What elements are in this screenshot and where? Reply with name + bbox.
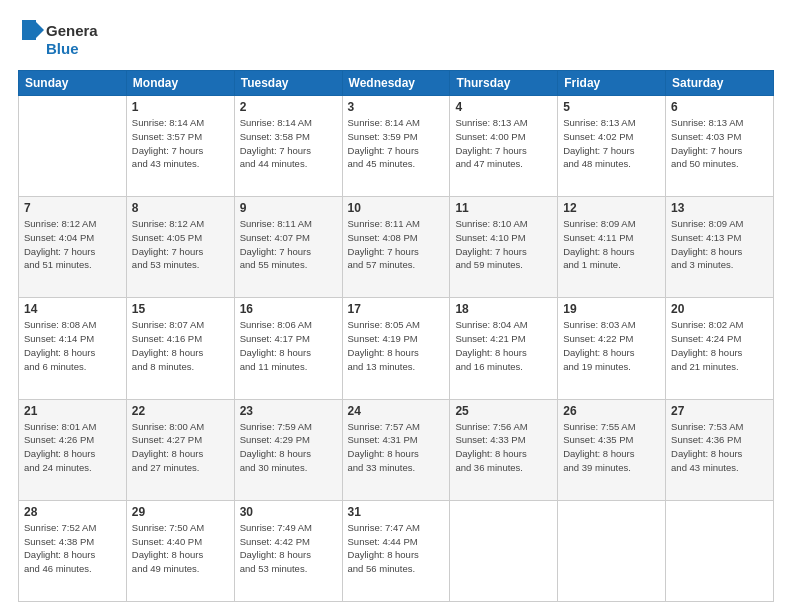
calendar-cell: 2Sunrise: 8:14 AMSunset: 3:58 PMDaylight… (234, 96, 342, 197)
calendar-cell: 11Sunrise: 8:10 AMSunset: 4:10 PMDayligh… (450, 197, 558, 298)
day-number: 27 (671, 404, 768, 418)
day-info: Sunrise: 8:12 AMSunset: 4:04 PMDaylight:… (24, 217, 121, 272)
day-number: 17 (348, 302, 445, 316)
day-info: Sunrise: 8:10 AMSunset: 4:10 PMDaylight:… (455, 217, 552, 272)
day-number: 10 (348, 201, 445, 215)
day-number: 11 (455, 201, 552, 215)
day-header-thursday: Thursday (450, 71, 558, 96)
calendar-cell: 19Sunrise: 8:03 AMSunset: 4:22 PMDayligh… (558, 298, 666, 399)
day-number: 25 (455, 404, 552, 418)
logo: GeneralBlue (18, 16, 98, 62)
calendar-header-row: SundayMondayTuesdayWednesdayThursdayFrid… (19, 71, 774, 96)
day-header-tuesday: Tuesday (234, 71, 342, 96)
calendar-cell: 9Sunrise: 8:11 AMSunset: 4:07 PMDaylight… (234, 197, 342, 298)
day-header-sunday: Sunday (19, 71, 127, 96)
calendar-cell: 7Sunrise: 8:12 AMSunset: 4:04 PMDaylight… (19, 197, 127, 298)
day-number: 1 (132, 100, 229, 114)
day-info: Sunrise: 7:57 AMSunset: 4:31 PMDaylight:… (348, 420, 445, 475)
day-number: 6 (671, 100, 768, 114)
calendar-cell: 31Sunrise: 7:47 AMSunset: 4:44 PMDayligh… (342, 500, 450, 601)
calendar-cell: 20Sunrise: 8:02 AMSunset: 4:24 PMDayligh… (666, 298, 774, 399)
day-number: 29 (132, 505, 229, 519)
day-number: 4 (455, 100, 552, 114)
calendar-cell (666, 500, 774, 601)
day-number: 18 (455, 302, 552, 316)
calendar-cell: 3Sunrise: 8:14 AMSunset: 3:59 PMDaylight… (342, 96, 450, 197)
day-info: Sunrise: 7:53 AMSunset: 4:36 PMDaylight:… (671, 420, 768, 475)
calendar-cell: 25Sunrise: 7:56 AMSunset: 4:33 PMDayligh… (450, 399, 558, 500)
day-info: Sunrise: 8:06 AMSunset: 4:17 PMDaylight:… (240, 318, 337, 373)
day-number: 16 (240, 302, 337, 316)
day-info: Sunrise: 8:12 AMSunset: 4:05 PMDaylight:… (132, 217, 229, 272)
calendar-cell: 24Sunrise: 7:57 AMSunset: 4:31 PMDayligh… (342, 399, 450, 500)
svg-text:Blue: Blue (46, 40, 79, 57)
day-info: Sunrise: 8:01 AMSunset: 4:26 PMDaylight:… (24, 420, 121, 475)
calendar-cell (19, 96, 127, 197)
calendar-cell: 29Sunrise: 7:50 AMSunset: 4:40 PMDayligh… (126, 500, 234, 601)
day-info: Sunrise: 8:14 AMSunset: 3:59 PMDaylight:… (348, 116, 445, 171)
day-info: Sunrise: 8:09 AMSunset: 4:13 PMDaylight:… (671, 217, 768, 272)
day-info: Sunrise: 8:13 AMSunset: 4:03 PMDaylight:… (671, 116, 768, 171)
calendar-cell: 12Sunrise: 8:09 AMSunset: 4:11 PMDayligh… (558, 197, 666, 298)
calendar-cell: 10Sunrise: 8:11 AMSunset: 4:08 PMDayligh… (342, 197, 450, 298)
day-info: Sunrise: 7:52 AMSunset: 4:38 PMDaylight:… (24, 521, 121, 576)
calendar-cell: 13Sunrise: 8:09 AMSunset: 4:13 PMDayligh… (666, 197, 774, 298)
day-info: Sunrise: 8:14 AMSunset: 3:58 PMDaylight:… (240, 116, 337, 171)
calendar-cell: 21Sunrise: 8:01 AMSunset: 4:26 PMDayligh… (19, 399, 127, 500)
calendar-cell (450, 500, 558, 601)
day-number: 5 (563, 100, 660, 114)
calendar-cell: 22Sunrise: 8:00 AMSunset: 4:27 PMDayligh… (126, 399, 234, 500)
day-number: 23 (240, 404, 337, 418)
day-number: 22 (132, 404, 229, 418)
calendar-cell: 27Sunrise: 7:53 AMSunset: 4:36 PMDayligh… (666, 399, 774, 500)
calendar-week-row: 21Sunrise: 8:01 AMSunset: 4:26 PMDayligh… (19, 399, 774, 500)
calendar-table: SundayMondayTuesdayWednesdayThursdayFrid… (18, 70, 774, 602)
calendar-cell: 15Sunrise: 8:07 AMSunset: 4:16 PMDayligh… (126, 298, 234, 399)
day-number: 12 (563, 201, 660, 215)
day-info: Sunrise: 8:02 AMSunset: 4:24 PMDaylight:… (671, 318, 768, 373)
calendar-cell: 28Sunrise: 7:52 AMSunset: 4:38 PMDayligh… (19, 500, 127, 601)
day-number: 21 (24, 404, 121, 418)
day-number: 3 (348, 100, 445, 114)
day-number: 24 (348, 404, 445, 418)
day-number: 20 (671, 302, 768, 316)
day-number: 31 (348, 505, 445, 519)
day-info: Sunrise: 8:00 AMSunset: 4:27 PMDaylight:… (132, 420, 229, 475)
calendar-cell (558, 500, 666, 601)
calendar-cell: 14Sunrise: 8:08 AMSunset: 4:14 PMDayligh… (19, 298, 127, 399)
calendar-week-row: 7Sunrise: 8:12 AMSunset: 4:04 PMDaylight… (19, 197, 774, 298)
calendar-cell: 26Sunrise: 7:55 AMSunset: 4:35 PMDayligh… (558, 399, 666, 500)
day-number: 8 (132, 201, 229, 215)
page: GeneralBlue SundayMondayTuesdayWednesday… (0, 0, 792, 612)
day-number: 26 (563, 404, 660, 418)
calendar-cell: 6Sunrise: 8:13 AMSunset: 4:03 PMDaylight… (666, 96, 774, 197)
day-info: Sunrise: 8:13 AMSunset: 4:02 PMDaylight:… (563, 116, 660, 171)
calendar-cell: 1Sunrise: 8:14 AMSunset: 3:57 PMDaylight… (126, 96, 234, 197)
day-header-friday: Friday (558, 71, 666, 96)
calendar-cell: 18Sunrise: 8:04 AMSunset: 4:21 PMDayligh… (450, 298, 558, 399)
day-header-saturday: Saturday (666, 71, 774, 96)
svg-rect-0 (22, 20, 36, 40)
day-info: Sunrise: 8:11 AMSunset: 4:08 PMDaylight:… (348, 217, 445, 272)
day-number: 7 (24, 201, 121, 215)
logo-svg: GeneralBlue (18, 16, 98, 62)
calendar-cell: 4Sunrise: 8:13 AMSunset: 4:00 PMDaylight… (450, 96, 558, 197)
day-number: 9 (240, 201, 337, 215)
calendar-cell: 17Sunrise: 8:05 AMSunset: 4:19 PMDayligh… (342, 298, 450, 399)
day-number: 30 (240, 505, 337, 519)
svg-marker-1 (34, 20, 44, 40)
calendar-cell: 5Sunrise: 8:13 AMSunset: 4:02 PMDaylight… (558, 96, 666, 197)
day-info: Sunrise: 7:56 AMSunset: 4:33 PMDaylight:… (455, 420, 552, 475)
day-info: Sunrise: 7:50 AMSunset: 4:40 PMDaylight:… (132, 521, 229, 576)
day-info: Sunrise: 8:09 AMSunset: 4:11 PMDaylight:… (563, 217, 660, 272)
calendar-cell: 16Sunrise: 8:06 AMSunset: 4:17 PMDayligh… (234, 298, 342, 399)
day-info: Sunrise: 8:13 AMSunset: 4:00 PMDaylight:… (455, 116, 552, 171)
day-header-wednesday: Wednesday (342, 71, 450, 96)
day-number: 2 (240, 100, 337, 114)
day-number: 14 (24, 302, 121, 316)
day-number: 19 (563, 302, 660, 316)
calendar-week-row: 1Sunrise: 8:14 AMSunset: 3:57 PMDaylight… (19, 96, 774, 197)
calendar-week-row: 28Sunrise: 7:52 AMSunset: 4:38 PMDayligh… (19, 500, 774, 601)
calendar-cell: 30Sunrise: 7:49 AMSunset: 4:42 PMDayligh… (234, 500, 342, 601)
day-info: Sunrise: 8:04 AMSunset: 4:21 PMDaylight:… (455, 318, 552, 373)
